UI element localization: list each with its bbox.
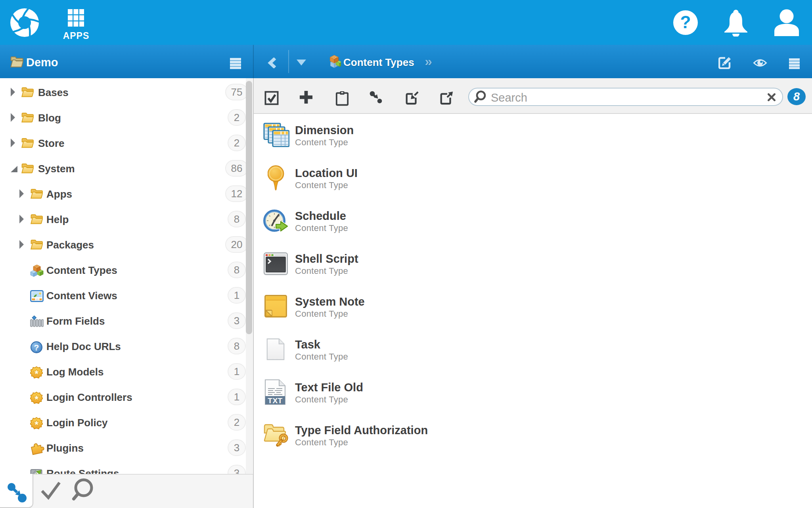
svg-text:TXT: TXT (268, 396, 282, 405)
svg-text:?: ? (34, 343, 39, 352)
